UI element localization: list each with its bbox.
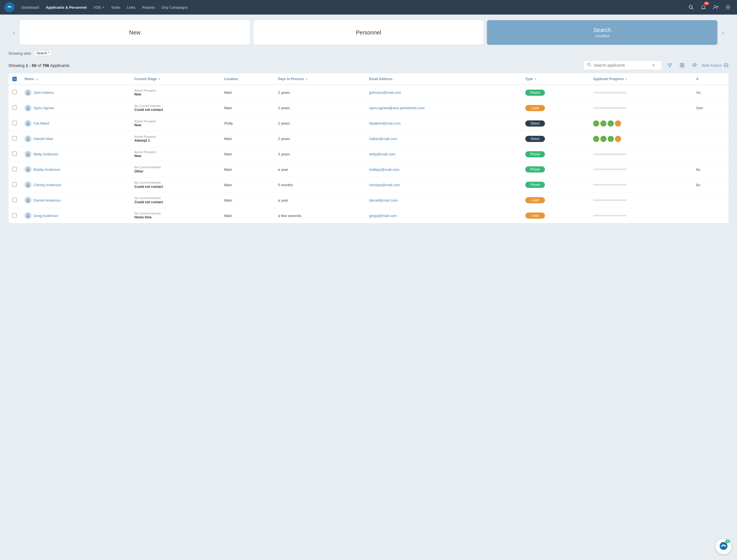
search-icon[interactable] xyxy=(687,3,696,12)
table-row: Spiro Agnew No Current Interest Could no… xyxy=(8,100,729,116)
email-link[interactable]: spiro.agnew@vice.presidents.com xyxy=(369,106,425,110)
col-days[interactable]: Days In Process ▾ xyxy=(274,73,365,85)
email-link[interactable]: fatalbert@mail.com xyxy=(369,121,400,125)
row-checkbox[interactable] xyxy=(12,136,17,141)
col-email: Email Address xyxy=(365,73,521,85)
settings-icon[interactable] xyxy=(724,3,733,12)
col-type[interactable]: Type ▾ xyxy=(521,73,589,85)
row-checkbox[interactable] xyxy=(12,121,17,125)
svg-rect-12 xyxy=(682,66,684,67)
row-checkbox-cell[interactable] xyxy=(8,208,21,223)
col-progress[interactable]: Applicant Progress ▾ xyxy=(589,73,692,85)
add-user-icon[interactable] xyxy=(711,3,720,12)
row-checkbox[interactable] xyxy=(12,151,17,156)
tab-prev-button[interactable]: ‹ xyxy=(8,20,20,45)
email-link[interactable]: bobbya@mail.com xyxy=(369,167,399,172)
nav-tasks[interactable]: Tasks xyxy=(108,4,123,11)
nav-reports[interactable]: Reports xyxy=(139,4,158,11)
applicant-name-text[interactable]: Greg Anderson xyxy=(34,214,58,218)
applicant-name[interactable]: Greg Anderson xyxy=(25,212,127,219)
chat-watermark[interactable]: 4 xyxy=(716,539,731,554)
days-cell: 2 years xyxy=(274,131,365,146)
nav-applicants-personnel[interactable]: Applicants & Personnel xyxy=(43,4,90,11)
assignee-cell xyxy=(692,116,729,131)
showing-view-row: Showing view: Search * xyxy=(8,50,729,56)
row-checkbox[interactable] xyxy=(12,213,17,218)
notifications-icon[interactable]: 65 xyxy=(699,3,708,12)
tab-search[interactable]: Search modified xyxy=(487,20,717,45)
select-all-header[interactable] xyxy=(8,73,21,85)
tab-search-subtitle: modified xyxy=(595,34,609,38)
tab-personnel[interactable]: Personnel xyxy=(253,20,484,45)
select-all-checkbox[interactable] xyxy=(12,77,17,81)
grid-view-icon[interactable] xyxy=(677,60,687,70)
search-input[interactable] xyxy=(594,63,650,67)
applicant-name-text[interactable]: Harold Allan xyxy=(34,137,53,141)
nav-links[interactable]: Links xyxy=(124,4,138,11)
row-checkbox-cell[interactable] xyxy=(8,131,21,146)
assignee-cell: Vic xyxy=(692,85,729,100)
row-checkbox[interactable] xyxy=(12,182,17,187)
col-name[interactable]: Name ▲ xyxy=(21,73,130,85)
applicant-name[interactable]: Darrell Anderson xyxy=(25,197,127,204)
applicant-name-text[interactable]: Betty Anderson xyxy=(34,152,58,156)
applicant-name[interactable]: John Adams xyxy=(25,89,127,96)
applicant-name[interactable]: Harold Allan xyxy=(25,136,127,142)
progress-cell xyxy=(589,146,692,162)
row-checkbox-cell[interactable] xyxy=(8,177,21,193)
layers-icon[interactable] xyxy=(690,60,699,70)
row-checkbox[interactable] xyxy=(12,167,17,171)
row-checkbox[interactable] xyxy=(12,198,17,202)
email-link[interactable]: jjohnson@mail.com xyxy=(369,90,401,95)
applicant-name-cell: Spiro Agnew xyxy=(21,100,130,116)
applicant-name-text[interactable]: John Adams xyxy=(34,90,54,95)
row-checkbox-cell[interactable] xyxy=(8,100,21,116)
email-link[interactable]: hallan@mail.com xyxy=(369,137,397,141)
clear-search-icon[interactable]: ✕ xyxy=(652,63,655,67)
email-link[interactable]: christya@mail.com xyxy=(369,183,400,187)
applicant-name-text[interactable]: Fat Albert xyxy=(34,121,49,125)
nav-drip-campaigns[interactable]: Drip Campaigns xyxy=(159,4,190,11)
applicant-name[interactable]: Spiro Agnew xyxy=(25,105,127,111)
progress-cell xyxy=(589,193,692,208)
tab-new[interactable]: New xyxy=(20,20,250,45)
applicant-name-text[interactable]: Spiro Agnew xyxy=(34,106,54,110)
row-checkbox-cell[interactable] xyxy=(8,85,21,100)
bulk-actions-button[interactable]: Bulk Actions xyxy=(702,63,729,68)
applicant-name[interactable]: Christy Anderson xyxy=(25,181,127,188)
logo[interactable] xyxy=(4,2,15,12)
filter-icon[interactable] xyxy=(665,60,675,70)
row-checkbox-cell[interactable] xyxy=(8,162,21,177)
row-checkbox[interactable] xyxy=(12,105,17,110)
search-box-icon xyxy=(587,62,591,68)
progress-circle xyxy=(593,136,599,142)
table-row: Christy Anderson No Current Interest Cou… xyxy=(8,177,729,193)
nav-voe[interactable]: VOE + xyxy=(91,4,107,11)
type-badge: Direct xyxy=(525,136,545,142)
applicant-name[interactable]: Betty Anderson xyxy=(25,151,127,158)
type-badge: Phone xyxy=(525,151,545,157)
col-location: Location xyxy=(220,73,274,85)
row-checkbox[interactable] xyxy=(12,90,17,94)
row-checkbox-cell[interactable] xyxy=(8,193,21,208)
col-stage[interactable]: Current Stage ▾ xyxy=(130,73,220,85)
email-link[interactable]: darrell@mail.com xyxy=(369,198,397,202)
email-cell: grega@mail.com xyxy=(365,208,521,223)
email-link[interactable]: betty@mail.com xyxy=(369,152,395,156)
row-checkbox-cell[interactable] xyxy=(8,116,21,131)
view-badge[interactable]: Search * xyxy=(34,50,52,56)
row-checkbox-cell[interactable] xyxy=(8,146,21,162)
nav-dashboard[interactable]: Dashboard xyxy=(18,4,42,11)
applicant-name[interactable]: Fat Albert xyxy=(25,120,127,127)
applicant-name-cell: Betty Anderson xyxy=(21,146,130,162)
stage-cell: Active Prospect New xyxy=(130,85,220,100)
applicant-name-text[interactable]: Christy Anderson xyxy=(34,183,61,187)
applicant-name-text[interactable]: Bobby Anderson xyxy=(34,167,60,172)
tab-next-button[interactable]: › xyxy=(717,20,729,45)
applicant-name-text[interactable]: Darrell Anderson xyxy=(34,198,61,202)
stage-label: No Current Interest xyxy=(134,211,216,215)
applicant-name[interactable]: Bobby Anderson xyxy=(25,166,127,173)
stage-label: No Current Interest xyxy=(134,196,216,200)
stage-cell: No Current Interest Could not contact xyxy=(130,193,220,208)
email-link[interactable]: grega@mail.com xyxy=(369,214,397,218)
